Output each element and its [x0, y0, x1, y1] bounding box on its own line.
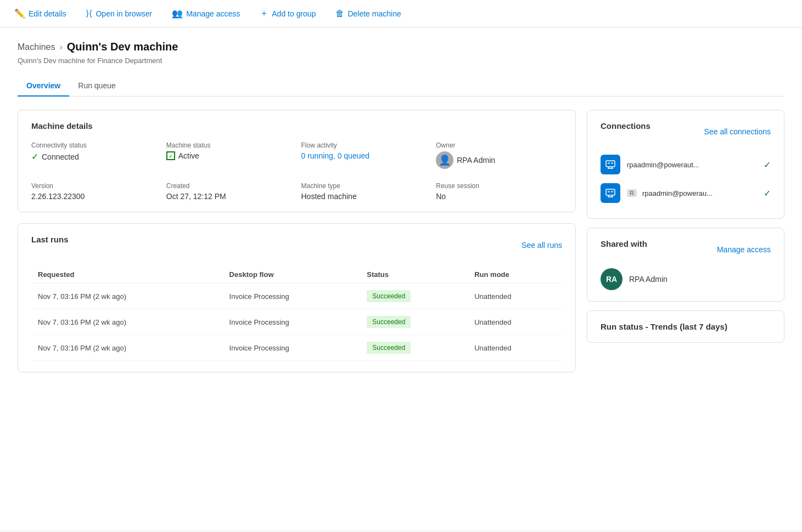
add-to-group-button[interactable]: ＋ Add to group — [256, 5, 319, 21]
runs-table-body: Nov 7, 03:16 PM (2 wk ago) Invoice Proce… — [31, 284, 562, 361]
manage-access-link[interactable]: Manage access — [717, 245, 771, 254]
cell-requested: Nov 7, 03:16 PM (2 wk ago) — [31, 335, 223, 361]
svg-rect-5 — [611, 162, 613, 164]
machine-status-field: Machine status ✓ Active — [166, 142, 293, 169]
cell-mode: Unattended — [468, 284, 562, 309]
table-row[interactable]: Nov 7, 03:16 PM (2 wk ago) Invoice Proce… — [31, 335, 562, 361]
machine-type-value: Hosted machine — [301, 192, 428, 201]
content-layout: Machine details Connectivity status ✓ Co… — [18, 110, 784, 372]
run-trends-title: Run status - Trends (last 7 days) — [601, 322, 771, 331]
tab-bar: Overview Run queue — [18, 76, 784, 97]
breadcrumb: Machines › Quinn's Dev machine — [18, 41, 784, 53]
open-browser-button[interactable]: ⟩⟨ Open in browser — [82, 6, 155, 21]
page-subtitle: Quinn's Dev machine for Finance Departme… — [18, 56, 784, 65]
machine-type-field: Machine type Hosted machine — [301, 182, 428, 201]
machine-type-label: Machine type — [301, 182, 428, 190]
avatar: RA — [601, 268, 622, 290]
shared-with-header: Shared with Manage access — [601, 239, 771, 259]
left-column: Machine details Connectivity status ✓ Co… — [18, 110, 576, 372]
connection-icon — [601, 183, 620, 203]
cell-flow: Invoice Processing — [223, 335, 361, 361]
list-item: rpaadmin@poweraut... ✓ — [601, 150, 771, 179]
connections-list: rpaadmin@poweraut... ✓ R rpaadmin@powera… — [601, 150, 771, 207]
browser-icon: ⟩⟨ — [86, 8, 92, 19]
version-value: 2.26.123.22300 — [31, 192, 158, 201]
table-row[interactable]: Nov 7, 03:16 PM (2 wk ago) Invoice Proce… — [31, 284, 562, 309]
connections-card: Connections See all connections rpaadmin… — [587, 110, 784, 219]
cell-requested: Nov 7, 03:16 PM (2 wk ago) — [31, 284, 223, 309]
runs-table: Requested Desktop flow Status Run mode N… — [31, 266, 562, 361]
run-trends-card: Run status - Trends (last 7 days) — [587, 310, 784, 343]
reuse-value: No — [436, 192, 562, 201]
svg-rect-4 — [608, 162, 610, 164]
manage-icon: 👥 — [172, 8, 183, 19]
col-status: Status — [360, 266, 468, 284]
col-requested: Requested — [31, 266, 223, 284]
col-desktop-flow: Desktop flow — [223, 266, 361, 284]
connectivity-value: Connected — [42, 152, 79, 161]
list-item: R rpaadmin@powerau... ✓ — [601, 179, 771, 207]
owner-avatar: 👤 — [436, 151, 453, 169]
breadcrumb-separator: › — [59, 42, 62, 52]
cell-mode: Unattended — [468, 335, 562, 361]
connected-icon: ✓ — [31, 151, 38, 162]
connection-status-icon: ✓ — [764, 188, 771, 199]
connectivity-label: Connectivity status — [31, 142, 158, 149]
breadcrumb-current: Quinn's Dev machine — [67, 41, 178, 53]
last-runs-card: Last runs See all runs Requested Desktop… — [18, 223, 576, 372]
connection-status-icon: ✓ — [764, 160, 771, 170]
svg-rect-0 — [606, 161, 615, 167]
connectivity-field: Connectivity status ✓ Connected — [31, 142, 158, 169]
machine-status-label: Machine status — [166, 142, 293, 149]
reuse-label: Reuse session — [436, 182, 562, 190]
shared-with-title: Shared with — [601, 239, 647, 248]
edit-details-button[interactable]: ✏️ Edit details — [11, 6, 69, 21]
see-all-connections-link[interactable]: See all connections — [704, 127, 771, 136]
flow-activity-label: Flow activity — [301, 142, 428, 149]
machine-details-card: Machine details Connectivity status ✓ Co… — [18, 110, 576, 212]
last-runs-title: Last runs — [31, 235, 69, 244]
active-icon: ✓ — [166, 151, 175, 160]
tab-run-queue[interactable]: Run queue — [69, 76, 125, 97]
machine-details-title: Machine details — [31, 121, 562, 131]
manage-access-toolbar-button[interactable]: 👥 Manage access — [169, 6, 243, 21]
cell-requested: Nov 7, 03:16 PM (2 wk ago) — [31, 309, 223, 335]
flow-activity-field: Flow activity 0 running, 0 queued — [301, 142, 428, 169]
delete-machine-button[interactable]: 🗑 Delete machine — [332, 7, 404, 21]
cell-flow: Invoice Processing — [223, 284, 361, 309]
shared-user-name: RPA Admin — [629, 275, 668, 284]
svg-rect-11 — [611, 191, 613, 193]
cell-flow: Invoice Processing — [223, 309, 361, 335]
toolbar: ✏️ Edit details ⟩⟨ Open in browser 👥 Man… — [0, 0, 802, 27]
connections-title: Connections — [601, 121, 650, 131]
right-column: Connections See all connections rpaadmin… — [587, 110, 784, 343]
version-field: Version 2.26.123.22300 — [31, 182, 158, 201]
connections-header: Connections See all connections — [601, 121, 771, 142]
breadcrumb-parent[interactable]: Machines — [18, 42, 55, 52]
cell-status: Succeeded — [360, 284, 468, 309]
machine-status-value: Active — [178, 151, 199, 160]
conn-badge: R — [627, 189, 637, 197]
reuse-session-field: Reuse session No — [436, 182, 562, 201]
see-all-runs-link[interactable]: See all runs — [521, 241, 562, 250]
table-row[interactable]: Nov 7, 03:16 PM (2 wk ago) Invoice Proce… — [31, 309, 562, 335]
last-runs-header: Last runs See all runs — [31, 235, 562, 255]
main-content: Machines › Quinn's Dev machine Quinn's D… — [0, 27, 802, 530]
svg-rect-6 — [606, 189, 615, 195]
version-label: Version — [31, 182, 158, 190]
tab-overview[interactable]: Overview — [18, 76, 69, 97]
add-group-icon: ＋ — [260, 8, 268, 19]
connection-icon — [601, 155, 620, 174]
cell-mode: Unattended — [468, 309, 562, 335]
created-field: Created Oct 27, 12:12 PM — [166, 182, 293, 201]
cell-status: Succeeded — [360, 335, 468, 361]
owner-label: Owner — [436, 142, 562, 149]
owner-field: Owner 👤 RPA Admin — [436, 142, 562, 169]
col-run-mode: Run mode — [468, 266, 562, 284]
flow-activity-value: 0 running, 0 queued — [301, 151, 428, 160]
shared-with-card: Shared with Manage access RA RPA Admin — [587, 228, 784, 302]
svg-rect-10 — [608, 191, 610, 193]
delete-icon: 🗑 — [335, 9, 344, 19]
owner-value: RPA Admin — [457, 156, 495, 165]
connection-name: rpaadmin@powerau... — [642, 189, 757, 197]
